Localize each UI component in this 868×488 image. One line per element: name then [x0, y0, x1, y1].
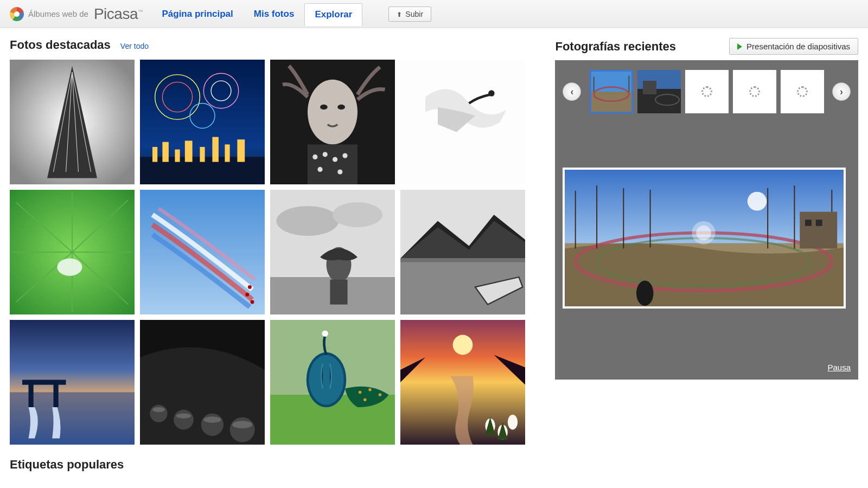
svg-point-46	[248, 285, 252, 289]
upload-button[interactable]: Subir	[388, 7, 431, 22]
svg-point-50	[277, 206, 339, 236]
featured-thumb[interactable]	[10, 320, 135, 445]
slideshow-label: Presentación de diapositivas	[746, 42, 850, 51]
tab-my-photos[interactable]: Mis fotos	[244, 3, 305, 25]
main-preview[interactable]	[563, 168, 846, 309]
brand-prefix: Álbumes web de	[28, 9, 88, 18]
featured-thumb[interactable]	[140, 60, 265, 184]
right-column: Fotografías recientes Presentación de di…	[555, 38, 858, 380]
svg-rect-21	[237, 139, 245, 162]
svg-point-28	[323, 152, 328, 157]
featured-thumb[interactable]	[140, 320, 265, 445]
svg-rect-63	[22, 380, 66, 384]
svg-point-27	[312, 155, 317, 159]
recent-thumb-loading[interactable]	[685, 70, 729, 113]
svg-rect-109	[806, 220, 812, 226]
svg-point-97	[748, 192, 767, 211]
featured-title: Fotos destacadas	[10, 38, 111, 52]
svg-rect-26	[308, 144, 358, 184]
featured-thumb[interactable]	[400, 320, 525, 445]
svg-rect-20	[225, 144, 229, 162]
recent-header: Fotografías recientes Presentación de di…	[555, 38, 858, 55]
svg-point-69	[152, 407, 165, 412]
svg-point-77	[322, 331, 328, 337]
svg-rect-15	[162, 142, 169, 162]
svg-rect-54	[330, 280, 347, 305]
svg-point-79	[368, 388, 372, 391]
featured-thumb[interactable]	[270, 190, 395, 314]
tab-explore[interactable]: Explorar	[304, 3, 362, 26]
featured-thumb[interactable]	[140, 190, 265, 314]
svg-rect-62	[54, 382, 59, 407]
recent-thumb-loading[interactable]	[733, 70, 776, 113]
svg-rect-19	[212, 137, 219, 162]
svg-point-30	[342, 153, 347, 158]
topbar: Álbumes web de Picasa™ Página principal …	[0, 0, 868, 28]
strip-thumbs	[590, 70, 824, 113]
spinner-icon	[797, 86, 808, 97]
content: Fotos destacadas Ver todo	[0, 28, 868, 488]
upload-icon	[397, 10, 402, 18]
prev-button[interactable]: ‹	[563, 82, 581, 101]
svg-rect-94	[643, 81, 656, 94]
left-column: Fotos destacadas Ver todo	[10, 38, 540, 472]
svg-point-88	[508, 415, 518, 430]
svg-rect-16	[175, 150, 180, 162]
svg-point-81	[363, 398, 367, 401]
svg-point-78	[359, 391, 362, 394]
popular-tags-title: Etiquetas populares	[10, 458, 540, 472]
slideshow-button[interactable]: Presentación de diapositivas	[729, 38, 858, 55]
featured-thumb[interactable]	[270, 320, 395, 445]
recent-thumb-loading[interactable]	[781, 70, 824, 113]
svg-point-72	[232, 421, 252, 428]
svg-rect-18	[200, 147, 205, 162]
featured-thumb[interactable]	[10, 60, 135, 184]
svg-rect-17	[185, 141, 193, 162]
svg-point-31	[317, 167, 322, 172]
brand-name: Picasa™	[94, 5, 143, 23]
featured-thumb[interactable]	[400, 190, 525, 314]
svg-point-71	[203, 416, 221, 423]
svg-point-25	[337, 105, 345, 110]
svg-point-48	[251, 300, 254, 304]
featured-thumb[interactable]	[270, 60, 395, 184]
svg-point-83	[453, 335, 473, 355]
svg-point-80	[379, 393, 382, 396]
svg-rect-61	[29, 382, 34, 407]
svg-rect-14	[152, 147, 157, 162]
featured-grid	[10, 60, 540, 445]
see-all-link[interactable]: Ver todo	[120, 42, 149, 50]
next-button[interactable]: ›	[832, 82, 851, 101]
svg-point-44	[57, 259, 82, 276]
chevron-right-icon: ›	[840, 86, 843, 98]
recent-title: Fotografías recientes	[555, 40, 676, 54]
spinner-icon	[701, 86, 712, 97]
recent-thumb[interactable]	[590, 70, 633, 113]
spinner-icon	[749, 86, 760, 97]
svg-point-29	[333, 157, 337, 162]
upload-label: Subir	[405, 10, 423, 18]
svg-point-34	[488, 90, 495, 97]
thumb-strip: ‹ ›	[563, 70, 851, 113]
svg-point-47	[245, 293, 249, 297]
featured-thumb[interactable]	[10, 190, 135, 314]
pause-link[interactable]: Pausa	[563, 363, 851, 372]
recent-thumb[interactable]	[637, 70, 681, 113]
svg-rect-89	[591, 72, 631, 92]
svg-point-24	[320, 105, 328, 110]
svg-point-51	[333, 202, 382, 227]
svg-point-111	[636, 281, 654, 306]
brand-logo[interactable]: Álbumes web de Picasa™	[10, 5, 143, 23]
picasa-icon	[10, 7, 24, 21]
svg-point-70	[176, 414, 192, 419]
tab-home[interactable]: Página principal	[151, 3, 243, 25]
play-icon	[737, 43, 742, 50]
svg-point-23	[308, 80, 358, 145]
featured-header: Fotos destacadas Ver todo	[10, 38, 540, 52]
svg-rect-108	[800, 212, 838, 249]
chevron-left-icon: ‹	[570, 86, 573, 98]
svg-point-66	[174, 410, 194, 430]
nav-tabs: Página principal Mis fotos Explorar	[151, 3, 362, 25]
featured-thumb[interactable]	[400, 60, 525, 184]
svg-rect-110	[816, 220, 822, 226]
